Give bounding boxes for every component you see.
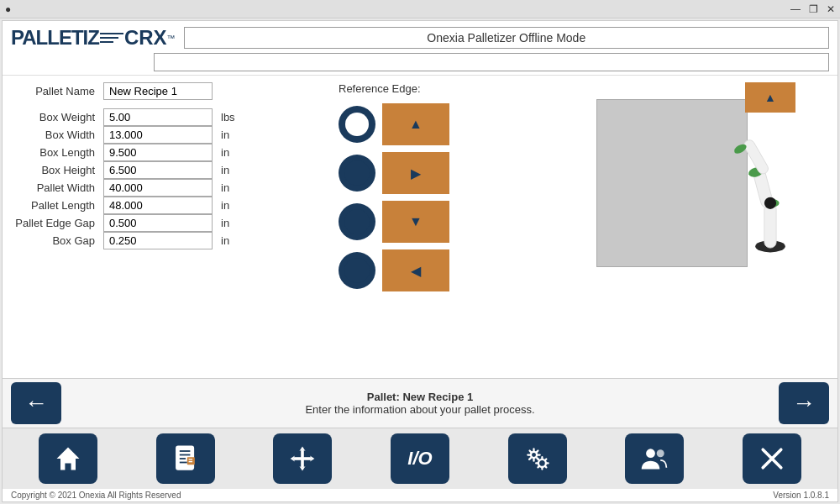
pallet-name-label: Pallet Name: [11, 85, 95, 97]
field-input-5[interactable]: [103, 197, 213, 214]
arrow-box-3[interactable]: ◀: [382, 249, 449, 291]
field-unit-6: in: [221, 217, 242, 229]
ref-row-3: ◀: [339, 249, 449, 291]
pallet-name-row: Pallet Name: [11, 82, 330, 100]
users-icon: [639, 444, 669, 474]
io-button[interactable]: I/O: [391, 433, 449, 484]
field-label-6: Pallet Edge Gap: [11, 217, 95, 229]
move-button[interactable]: [273, 433, 332, 484]
ref-buttons: ▲▶▼◀: [339, 103, 449, 291]
svg-point-26: [657, 449, 664, 457]
footer-toolbar: I/O: [3, 428, 837, 489]
arrow-box-1[interactable]: ▶: [382, 152, 449, 194]
svg-rect-22: [293, 457, 312, 460]
arrow-box-2[interactable]: ▼: [382, 201, 449, 243]
field-input-2[interactable]: [103, 144, 213, 161]
bottom-nav: ← Pallet: New Recipe 1 Enter the informa…: [3, 378, 837, 428]
field-label-1: Box Width: [11, 129, 95, 141]
svg-point-7: [764, 197, 776, 209]
form-row-4: Pallet Widthin: [11, 179, 330, 197]
reference-section: Reference Edge: ▲▶▼◀: [339, 82, 507, 371]
ref-row-2: ▼: [339, 201, 449, 243]
logo-tm: ™: [167, 34, 176, 43]
field-label-5: Pallet Length: [11, 199, 95, 212]
form-row-0: Box Weightlbs: [11, 108, 330, 126]
window-controls[interactable]: — ❐ ✕: [790, 3, 835, 15]
logo-crx: CRX: [124, 26, 167, 50]
field-unit-0: lbs: [221, 111, 242, 123]
circle-btn-3[interactable]: [339, 252, 375, 289]
viz-section: ▲: [515, 82, 829, 371]
form-section: Pallet Name Box WeightlbsBox WidthinBox …: [11, 82, 330, 371]
field-input-6[interactable]: [103, 214, 213, 232]
circle-btn-1[interactable]: [339, 155, 375, 192]
nav-status: Pallet: New Recipe 1 Enter the informati…: [305, 391, 534, 416]
form-fields: Box WeightlbsBox WidthinBox LengthinBox …: [11, 108, 330, 249]
field-input-0[interactable]: [103, 108, 213, 126]
form-row-5: Pallet Lengthin: [11, 197, 330, 214]
logo-palletiz: PALLETIZ: [11, 26, 99, 50]
svg-marker-8: [56, 448, 79, 470]
minimize-button[interactable]: —: [790, 3, 801, 15]
footer-bar: Copyright © 2021 Onexia All Rights Reser…: [3, 489, 837, 501]
back-button[interactable]: ←: [11, 382, 61, 424]
nav-status-desc: Enter the information about your pallet …: [305, 403, 534, 416]
header-top: PALLETIZ CRX ™ Onexia Palletizer Offline…: [11, 26, 829, 50]
circle-btn-0[interactable]: [339, 106, 375, 143]
field-label-3: Box Height: [11, 164, 95, 176]
app-header: PALLETIZ CRX ™ Onexia Palletizer Offline…: [3, 21, 837, 76]
settings-button[interactable]: [508, 433, 567, 484]
nav-status-title: Pallet: New Recipe 1: [305, 391, 534, 403]
forward-arrow-icon: →: [792, 390, 816, 417]
field-unit-5: in: [221, 199, 242, 212]
arrow-box-0[interactable]: ▲: [382, 103, 449, 145]
back-arrow-icon: ←: [24, 390, 48, 417]
field-unit-3: in: [221, 164, 242, 176]
svg-point-25: [646, 449, 655, 458]
users-button[interactable]: [625, 433, 684, 484]
ref-row-0: ▲: [339, 103, 449, 145]
close-window-button[interactable]: ✕: [827, 3, 835, 15]
close-app-button[interactable]: [743, 433, 801, 484]
robot-area: ▲: [711, 82, 829, 276]
form-row-6: Pallet Edge Gapin: [11, 214, 330, 232]
title-bar: ● — ❐ ✕: [0, 0, 840, 18]
logo-area: PALLETIZ CRX ™: [11, 26, 176, 50]
field-label-7: Box Gap: [11, 234, 95, 247]
form-row-3: Box Heightin: [11, 161, 330, 179]
field-label-4: Pallet Width: [11, 181, 95, 194]
secondary-bar: [154, 53, 829, 71]
document-button[interactable]: [156, 433, 215, 484]
version-text: Version 1.0.8.1: [773, 491, 829, 500]
svg-rect-1: [764, 203, 776, 248]
ref-row-1: ▶: [339, 152, 449, 194]
field-unit-4: in: [221, 181, 242, 194]
field-unit-1: in: [221, 129, 242, 141]
field-label-0: Box Weight: [11, 111, 95, 123]
home-button[interactable]: [39, 433, 97, 484]
robot-arm-svg: [720, 121, 821, 255]
circle-btn-2[interactable]: [339, 203, 375, 240]
app-wrapper: PALLETIZ CRX ™ Onexia Palletizer Offline…: [2, 20, 838, 502]
form-row-2: Box Lengthin: [11, 144, 330, 161]
field-unit-7: in: [221, 234, 242, 247]
maximize-button[interactable]: ❐: [809, 3, 818, 15]
move-icon: [287, 444, 318, 474]
close-icon: [757, 444, 787, 474]
field-input-3[interactable]: [103, 161, 213, 179]
document-icon: [171, 444, 201, 474]
pallet-name-input[interactable]: [103, 82, 213, 100]
settings-icon: [522, 444, 553, 474]
field-unit-2: in: [221, 146, 242, 159]
field-input-4[interactable]: [103, 179, 213, 197]
reference-edge-label: Reference Edge:: [339, 82, 421, 95]
app-title: Onexia Palletizer Offline Mode: [184, 27, 829, 49]
home-icon: [53, 444, 83, 474]
forward-button[interactable]: →: [779, 382, 829, 424]
field-input-1[interactable]: [103, 126, 213, 144]
field-input-7[interactable]: [103, 232, 213, 249]
form-row-1: Box Widthin: [11, 126, 330, 144]
svg-rect-14: [186, 457, 194, 465]
app-icon: ●: [5, 3, 11, 15]
content-area: Pallet Name Box WeightlbsBox WidthinBox …: [3, 76, 837, 378]
